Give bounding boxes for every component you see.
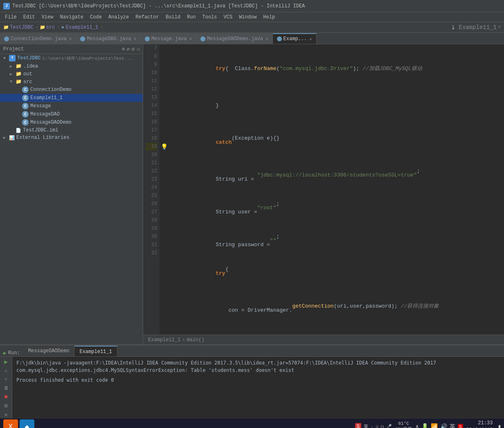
sidebar-sync-icon[interactable]: ⇄ <box>127 46 130 52</box>
taskbar-time[interactable]: 21:33 2018/4/12 <box>466 420 493 428</box>
taskbar-app-2[interactable]: ◆ <box>20 419 34 428</box>
menu-item-analyze[interactable]: Analyze <box>105 12 132 22</box>
menu-item-build[interactable]: Build <box>162 12 184 22</box>
tree-item-messagedao2[interactable]: C MessageDAO <box>0 110 143 118</box>
menu-item-view[interactable]: View <box>38 12 57 22</box>
tree-item-src[interactable]: ▼ 📁 src <box>0 78 143 86</box>
menu-item-refactor[interactable]: Refactor <box>132 12 162 22</box>
run-settings-button[interactable]: ⚙ <box>2 402 11 409</box>
tab-message[interactable]: Message.java ✕ <box>141 33 196 44</box>
run-down-button[interactable]: ▼ <box>2 376 11 383</box>
example-tab-label: Example11_1 <box>459 24 497 31</box>
menu-item-file[interactable]: File <box>2 12 20 22</box>
taskbar-lang[interactable]: 英 <box>364 423 368 428</box>
lightbulb-icon[interactable]: 💡 <box>161 143 168 150</box>
iml-file-icon: 📄 <box>16 128 21 133</box>
tree-item-connectiondemo[interactable]: C ConnectionDemo <box>0 86 143 94</box>
menu-item-help[interactable]: Help <box>260 12 278 22</box>
class-icon-messagedao2: C <box>22 111 29 118</box>
taskbar-s-icon[interactable]: S <box>355 423 361 428</box>
menu-item-tools[interactable]: Tools <box>199 12 220 22</box>
sidebar-collapse-icon[interactable]: ◁ <box>136 46 140 52</box>
tab-close-message[interactable]: ✕ <box>189 36 192 41</box>
menu-item-navigate[interactable]: Navigate <box>56 12 87 22</box>
taskbar-expand-icon[interactable]: ∧ <box>416 423 419 428</box>
line-gutter: 💡 <box>160 44 168 335</box>
menu-item-edit[interactable]: Edit <box>20 12 38 22</box>
src-folder-icon2: 📁 <box>16 79 22 85</box>
sidebar-title: Project <box>3 46 122 52</box>
tab-label-message: Message.java <box>151 36 187 42</box>
breadcrumb-src[interactable]: src <box>46 25 55 30</box>
menu-item-vcs[interactable]: VCS <box>220 12 236 22</box>
editor-breadcrumb: Example11_1 › main() <box>143 335 504 344</box>
tab-close-messagedaodemo[interactable]: ✕ <box>266 36 268 41</box>
taskbar-battery-icon: 🔋 <box>421 423 428 428</box>
tree-item-messagedaodemo2[interactable]: C MessageDAODemo <box>0 118 143 127</box>
taskbar-sound-icon[interactable]: 🔊 <box>440 423 447 428</box>
taskbar-sogou-icon[interactable]: S <box>458 424 463 428</box>
idea-folder-icon: 📁 <box>16 63 22 69</box>
tree-item-idea[interactable]: ▶ 📁 .idea <box>0 62 143 70</box>
breadcrumb-project[interactable]: TestJDBC <box>10 25 34 30</box>
tree-item-external-libs[interactable]: ▶ 📊 External Libraries <box>0 134 143 141</box>
download-icon[interactable]: ⤓ <box>451 24 456 31</box>
tree-item-example11[interactable]: C Example11_1 <box>0 94 143 102</box>
menu-item-window[interactable]: Window <box>236 12 260 22</box>
tab-messagedaodemo[interactable]: MessageDAODemo.java ✕ <box>196 33 272 44</box>
run-up-button[interactable]: ▲ <box>2 367 11 374</box>
taskbar-circle[interactable]: ◯ <box>381 424 384 428</box>
menu-item-code[interactable]: Code <box>87 12 105 22</box>
taskbar-show-desktop[interactable]: ▮ <box>497 423 502 428</box>
code-line-11: String user ="root"; <box>171 200 501 216</box>
run-pause-button[interactable]: ⏸ <box>2 385 11 392</box>
run-output: F:\jdk\bin\java -javaagent:F:\IDEA\Intel… <box>12 357 504 418</box>
code-line-10: String uri = "jdbc:mysql://localhost:330… <box>171 167 501 183</box>
line-numbers: 7891011 1213141516 171819 2021222324 252… <box>143 44 160 335</box>
tree-arrow-out: ▶ <box>10 72 16 77</box>
tab-dropdown-icon[interactable]: ▼ <box>498 25 501 29</box>
editor-bc-file: Example11_1 <box>148 337 180 343</box>
run-close-button[interactable]: ✕ <box>2 411 11 418</box>
taskbar-app-xampp[interactable]: X <box>3 419 18 428</box>
run-tab-example11[interactable]: Example11_1 <box>74 346 117 356</box>
tab-connectiondemo[interactable]: ConnectionDemo.java ✕ <box>0 33 76 44</box>
main-layout: Project ⊕ ⇄ ⚙ ◁ ▼ T TestJDBC C:\Users\锦年… <box>0 44 504 344</box>
taskbar-face[interactable]: ☺ <box>376 424 378 428</box>
tab-close-example11[interactable]: ✕ <box>309 36 312 42</box>
tree-item-out[interactable]: ▶ 📁 out <box>0 70 143 78</box>
tab-close-messagedao[interactable]: ✕ <box>133 36 136 41</box>
taskbar-mic[interactable]: 🎤 <box>386 424 392 428</box>
run-tabs: ▶ Run: MessageDAODemo Example11_1 <box>0 345 504 357</box>
tree-label-message: Message <box>30 103 51 109</box>
code-line-8: } <box>171 93 501 118</box>
code-line-12: String password =""; <box>171 233 501 249</box>
tab-icon-example11 <box>277 36 282 41</box>
tree-item-message[interactable]: C Message <box>0 102 143 110</box>
code-content[interactable]: try{ Class.forName("com.mysql.jdbc.Drive… <box>168 44 504 335</box>
sidebar-add-icon[interactable]: ⊕ <box>122 46 125 52</box>
tree-label-src: src <box>23 79 32 85</box>
taskbar-network-icon: 📶 <box>431 423 438 428</box>
breadcrumb-file[interactable]: Example11_1 <box>66 25 98 30</box>
window-title: TestJDBC [C:\Users\锦年\IdeaProjects\TestJ… <box>12 2 305 9</box>
tree-label-external: External Libraries <box>16 135 70 140</box>
code-line-14: con = DriverManager.getConnection(uri,us… <box>171 298 501 315</box>
code-area[interactable]: 7891011 1213141516 171819 2021222324 252… <box>143 44 504 335</box>
sidebar-settings-icon[interactable]: ⚙ <box>131 46 135 52</box>
title-bar: J TestJDBC [C:\Users\锦年\IdeaProjects\Tes… <box>0 0 504 12</box>
tab-icon-message <box>145 36 150 41</box>
tab-close-connectiondemo[interactable]: ✕ <box>69 36 72 41</box>
tree-item-iml[interactable]: 📄 TestJDBC.iml <box>0 127 143 134</box>
tree-arrow-messagedao2 <box>16 112 22 117</box>
tab-messagedao[interactable]: MessageDAO.java ✕ <box>76 33 141 44</box>
menu-item-run[interactable]: Run <box>184 12 199 22</box>
external-libs-icon: 📊 <box>9 135 15 140</box>
tree-item-testjdbc[interactable]: ▼ T TestJDBC C:\Users\锦年\IdeaProjects\Te… <box>0 54 143 62</box>
run-play-button[interactable]: ▶ <box>2 358 11 365</box>
tab-example11[interactable]: Examp... ✕ <box>273 33 317 44</box>
run-tab-messagedaodemo[interactable]: MessageDAODemo <box>23 346 75 356</box>
taskbar-input-lang[interactable]: 英 <box>450 423 455 428</box>
run-stop-button[interactable]: ■ <box>2 394 11 401</box>
tab-label-messagedaodemo: MessageDAODemo.java <box>207 36 263 42</box>
